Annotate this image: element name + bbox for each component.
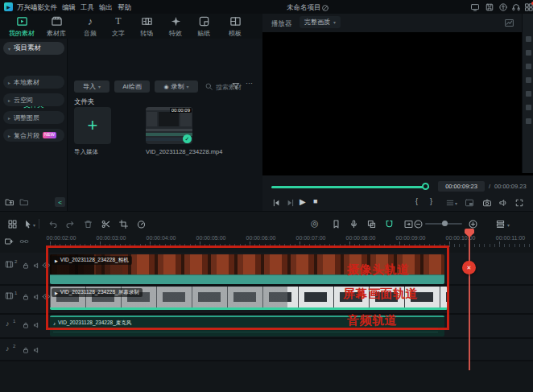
current-timecode[interactable]: 00:00:09:23 <box>438 181 485 192</box>
apps-grid-icon[interactable] <box>524 2 533 12</box>
seek-knob[interactable] <box>422 183 429 190</box>
video-track-icon <box>5 291 14 300</box>
ruler-label: 00:00:04:00 <box>138 235 184 241</box>
tab-my-media[interactable]: 我的素材 <box>4 15 39 38</box>
preview-viewport[interactable] <box>262 32 533 175</box>
playback-list-button[interactable] <box>444 197 455 208</box>
render-preview-icon[interactable]: ◎ <box>311 218 322 229</box>
chevron-down-icon[interactable]: ▾ <box>33 222 35 228</box>
app-logo-icon[interactable]: ▶ <box>4 2 13 11</box>
sidebar-adjustment-layer[interactable]: ▸ 调整图层 <box>3 111 64 124</box>
snap-magnet-icon[interactable] <box>383 218 395 229</box>
zoom-out-icon[interactable] <box>412 218 424 229</box>
zoom-in-icon[interactable] <box>467 218 478 229</box>
delete-trash-icon[interactable] <box>82 218 93 229</box>
annotation-marker-dot: ✕ <box>462 261 476 274</box>
menu-help[interactable]: 帮助 <box>118 3 131 13</box>
layout-grid-icon[interactable] <box>6 218 18 229</box>
menu-edit[interactable]: 编辑 <box>62 3 76 13</box>
stock-icon <box>51 15 63 27</box>
speed-tool-icon[interactable] <box>135 218 147 229</box>
ai-paint-button[interactable]: AI绘画 <box>114 80 150 93</box>
sidebar-local-media[interactable]: ▸ 本地素材 <box>3 76 64 89</box>
menu-export[interactable]: 输出 <box>99 3 113 13</box>
voiceover-mic-icon[interactable] <box>348 218 359 229</box>
sidebar-compound-clip[interactable]: ▸ 复合片段 NEW <box>3 129 64 142</box>
menu-file[interactable]: 文件 <box>43 3 57 13</box>
track-number: 1 <box>13 319 15 324</box>
next-frame-button[interactable] <box>285 197 295 208</box>
export-share-icon[interactable] <box>498 2 508 12</box>
volume-button[interactable] <box>498 197 508 208</box>
ruler-label: 00:00:10:00 <box>438 235 483 241</box>
undo-icon[interactable] <box>47 218 58 229</box>
mute-speaker-icon[interactable] <box>32 345 41 354</box>
chevron-right-icon: ▸ <box>8 115 10 121</box>
chevron-down-icon[interactable]: ▾ <box>507 222 510 228</box>
overwrite-clip-icon[interactable] <box>366 218 377 229</box>
total-timecode: 00:00:09.23 <box>494 183 527 190</box>
sticker-icon <box>198 15 210 27</box>
folder-icon[interactable] <box>19 197 29 207</box>
lock-icon[interactable] <box>21 292 30 301</box>
search-icon[interactable] <box>205 82 213 91</box>
mute-speaker-icon[interactable] <box>32 261 41 270</box>
split-scissors-icon[interactable] <box>100 218 111 229</box>
mark-out-button[interactable]: } <box>430 197 440 208</box>
support-headset-icon[interactable] <box>511 2 521 12</box>
chevron-down-icon: ▾ <box>98 84 101 89</box>
text-icon: T <box>115 15 121 27</box>
media-panel: 导入▾ AI绘画 ◉ 录制▾ 搜索素材 ··· 文件夹 + 导入媒体 00:00… <box>68 39 262 211</box>
add-track-icon[interactable] <box>4 237 14 246</box>
tab-stickers[interactable]: 贴纸 <box>186 15 221 38</box>
tab-templates[interactable]: 模板 <box>217 15 253 38</box>
ruler-label: 00:00:11:00 <box>488 235 533 241</box>
pip-display-button[interactable] <box>464 197 474 208</box>
mute-speaker-icon[interactable] <box>32 292 41 301</box>
scope-icon[interactable] <box>504 18 514 28</box>
snapshot-camera-button[interactable] <box>481 197 492 208</box>
link-icon[interactable] <box>19 237 29 246</box>
menu-tools[interactable]: 工具 <box>81 3 94 13</box>
timeline-zoom-knob[interactable] <box>442 221 448 226</box>
previous-frame-button[interactable] <box>271 197 281 208</box>
stop-button[interactable]: ■ <box>313 197 324 208</box>
crop-tool-icon[interactable] <box>118 218 129 229</box>
play-button[interactable]: ▶ <box>300 197 310 208</box>
save-icon[interactable] <box>485 2 494 12</box>
import-media-tile[interactable]: + <box>74 107 111 144</box>
screen-record-icon[interactable] <box>470 2 480 12</box>
more-options-button[interactable]: ··· <box>246 79 253 87</box>
sidebar-project-media[interactable]: ▾ 项目素材 <box>3 42 64 55</box>
redo-icon[interactable] <box>64 218 76 229</box>
chevron-down-icon: ▾ <box>333 19 336 25</box>
quality-dropdown[interactable]: 完整画质▾ <box>300 16 341 28</box>
new-folder-icon[interactable] <box>5 197 14 207</box>
collapse-panel-button[interactable]: < <box>55 197 65 207</box>
filter-icon[interactable] <box>231 81 241 91</box>
import-button[interactable]: 导入▾ <box>74 80 109 93</box>
track-number: 2 <box>13 344 15 349</box>
menubar: ▶ 万兴喵影 文件 编辑 工具 输出 帮助 未命名项目 <box>0 0 533 14</box>
right-collapsed-panel[interactable] <box>522 14 533 173</box>
template-icon <box>229 15 242 27</box>
marker-icon[interactable] <box>330 218 341 229</box>
record-button[interactable]: ◉ 录制▾ <box>155 80 198 93</box>
mute-speaker-icon[interactable] <box>32 320 41 329</box>
ruler-label: 00:00:05:00 <box>188 235 233 241</box>
select-tool-icon[interactable] <box>22 218 33 229</box>
chevron-right-icon: ▸ <box>8 80 10 85</box>
lock-icon[interactable] <box>21 345 30 354</box>
tab-stock-media[interactable]: 素材库 <box>39 15 74 38</box>
lock-icon[interactable] <box>21 320 30 329</box>
import-media-label: 导入媒体 <box>74 148 98 156</box>
ruler-label: 00:00:06:00 <box>238 235 283 241</box>
track-height-icon[interactable] <box>494 218 506 229</box>
lock-icon[interactable] <box>21 261 30 270</box>
sidebar-cloud[interactable]: ▸ 云空间 <box>3 93 64 106</box>
video-thumbnail-tile[interactable]: 00:00:09 ✓ <box>146 107 192 144</box>
seek-bar[interactable] <box>271 186 429 188</box>
playhead-line[interactable] <box>469 229 470 370</box>
mark-in-button[interactable]: { <box>415 197 426 208</box>
fullscreen-button[interactable] <box>514 197 524 208</box>
